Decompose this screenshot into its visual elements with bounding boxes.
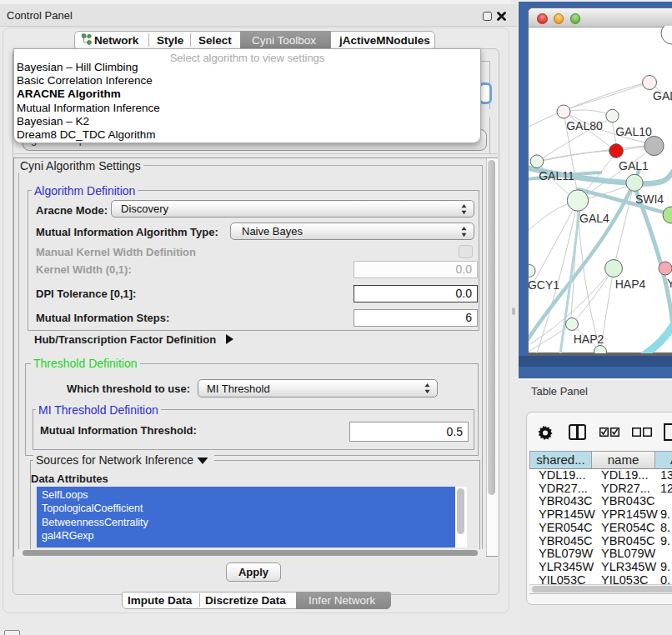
svg-text:HAP4: HAP4 bbox=[615, 278, 646, 291]
svg-text:GAL: GAL bbox=[653, 89, 672, 102]
svg-text:HAP2: HAP2 bbox=[574, 332, 604, 346]
svg-text:GAL80: GAL80 bbox=[566, 119, 603, 132]
svg-text:GAL10: GAL10 bbox=[615, 125, 652, 138]
svg-text:GAL11: GAL11 bbox=[539, 169, 574, 182]
svg-text:GCY1: GCY1 bbox=[529, 278, 559, 292]
svg-text:Y: Y bbox=[667, 277, 672, 290]
svg-text:SWI4: SWI4 bbox=[635, 192, 664, 206]
svg-text:GAL1: GAL1 bbox=[619, 159, 649, 172]
svg-text:GAL4: GAL4 bbox=[579, 212, 609, 225]
